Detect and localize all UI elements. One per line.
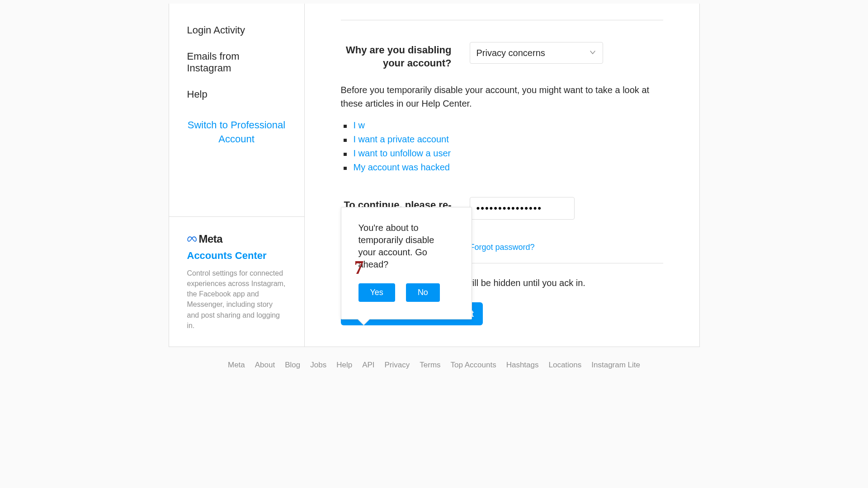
footer-link-about[interactable]: About	[255, 361, 275, 370]
help-link-3[interactable]: I want to unfollow a user	[354, 148, 451, 158]
forgot-password-link[interactable]: Forgot password?	[470, 243, 535, 252]
sidebar-item-login-activity[interactable]: Login Activity	[169, 17, 304, 43]
settings-container: Login Activity Emails from Instagram Hel…	[169, 4, 700, 347]
accounts-center-link[interactable]: Accounts Center	[187, 250, 286, 262]
help-link-1[interactable]: I w	[354, 120, 365, 130]
footer-link-locations[interactable]: Locations	[549, 361, 582, 370]
sidebar-item-emails[interactable]: Emails from Instagram	[169, 43, 304, 81]
help-link-item: My account was hacked	[341, 160, 663, 174]
help-intro-text: Before you temporarily disable your acco…	[341, 83, 663, 110]
reason-label: Why are you disabling your account?	[341, 42, 452, 70]
main-content: Why are you disabling your account? Priv…	[305, 4, 699, 347]
help-link-4[interactable]: My account was hacked	[354, 162, 450, 172]
sidebar-item-help[interactable]: Help	[169, 81, 304, 108]
footer-link-help[interactable]: Help	[336, 361, 352, 370]
footer-link-top-accounts[interactable]: Top Accounts	[451, 361, 496, 370]
settings-sidebar: Login Activity Emails from Instagram Hel…	[169, 4, 305, 347]
popover-buttons: Yes No	[359, 283, 454, 302]
meta-logo: Meta	[187, 233, 286, 245]
accounts-center-panel: Meta Accounts Center Control settings fo…	[169, 216, 304, 347]
footer-link-instagram-lite[interactable]: Instagram Lite	[591, 361, 640, 370]
divider	[341, 20, 663, 20]
chevron-down-icon	[589, 48, 596, 58]
reason-select-wrap: Privacy concerns	[470, 42, 603, 64]
accounts-center-description: Control settings for connected experienc…	[187, 268, 286, 331]
help-link-item: I want to unfollow a user	[341, 146, 663, 160]
help-links-list: I w I want a private account I want to u…	[341, 118, 663, 174]
footer-link-jobs[interactable]: Jobs	[310, 361, 326, 370]
confirm-no-button[interactable]: No	[406, 283, 440, 302]
footer-link-blog[interactable]: Blog	[285, 361, 300, 370]
reason-select-value: Privacy concerns	[476, 48, 545, 58]
help-link-2[interactable]: I want a private account	[354, 134, 449, 144]
footer-link-api[interactable]: API	[362, 361, 374, 370]
page-footer: Meta About Blog Jobs Help API Privacy Te…	[169, 361, 700, 370]
help-link-item: I w	[341, 118, 663, 132]
footer-link-privacy[interactable]: Privacy	[385, 361, 410, 370]
footer-links: Meta About Blog Jobs Help API Privacy Te…	[169, 361, 700, 370]
meta-brand-text: Meta	[199, 233, 223, 245]
footer-link-meta[interactable]: Meta	[228, 361, 245, 370]
reason-row: Why are you disabling your account? Priv…	[341, 42, 663, 70]
help-link-item: I want a private account	[341, 132, 663, 146]
sidebar-top: Login Activity Emails from Instagram Hel…	[169, 4, 304, 154]
confirm-disable-popover: You're about to temporarily disable your…	[341, 207, 472, 319]
popover-message: You're about to temporarily disable your…	[359, 222, 454, 271]
reason-select[interactable]: Privacy concerns	[470, 42, 603, 64]
switch-to-professional-link[interactable]: Switch to Professional Account	[169, 108, 304, 154]
footer-link-terms[interactable]: Terms	[420, 361, 440, 370]
password-input[interactable]	[470, 197, 575, 220]
footer-link-hashtags[interactable]: Hashtags	[506, 361, 539, 370]
meta-infinity-icon	[187, 234, 197, 244]
confirm-yes-button[interactable]: Yes	[359, 283, 395, 302]
